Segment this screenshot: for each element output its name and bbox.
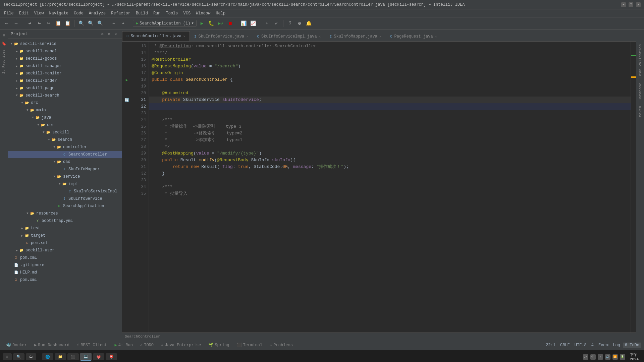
code-line-22[interactable] — [149, 103, 631, 110]
profile-button[interactable]: 📈 — [249, 19, 257, 27]
forward-button[interactable]: → — [12, 19, 20, 27]
volume-icon[interactable]: 🔊 — [605, 354, 610, 360]
todo-count[interactable]: 6 ToDo — [623, 343, 641, 348]
postman-taskbar[interactable]: 📮 — [106, 353, 117, 360]
tree-SkuInfoMapper[interactable]: ▶ I SkuInfoMapper — [8, 166, 122, 173]
intellij-taskbar[interactable]: 💻 — [80, 353, 92, 361]
run-dashboard-tab[interactable]: ▶ Run Dashboard — [31, 341, 73, 350]
copy-button[interactable]: 📋 — [54, 19, 62, 27]
tree-resources[interactable]: ▼ 📂 resources — [8, 210, 122, 217]
cut-button[interactable]: ✂ — [45, 19, 53, 27]
sidebar-close-icon[interactable]: ✕ — [112, 31, 119, 38]
help-button[interactable]: ? — [286, 19, 294, 27]
debug-button[interactable]: 🐛 — [207, 19, 215, 27]
java-enterprise-tab[interactable]: ☕ Java Enterprise — [158, 341, 204, 350]
tab-PageRequest[interactable]: C PageRequest.java ✕ — [386, 31, 441, 41]
vcs-update-button[interactable]: ⬇ — [263, 19, 271, 27]
stop-button[interactable]: ⏹ — [226, 19, 234, 27]
edge-taskbar[interactable]: 🌐 — [42, 353, 53, 360]
tree-seckill-pkg[interactable]: ▼ 📂 seckill — [8, 129, 122, 136]
chinese-input-icon[interactable]: 中 — [590, 354, 596, 360]
problems-tab[interactable]: ⚠ Problems — [266, 341, 296, 350]
start-button[interactable]: ⊞ — [3, 353, 12, 360]
tree-seckill-order[interactable]: ▶ 📁 seckill-order — [8, 77, 122, 84]
tab-SearchController[interactable]: C SearchController.java ✕ — [122, 31, 190, 41]
update-button[interactable]: 🔔 — [305, 19, 313, 27]
menu-analyze[interactable]: Analyze — [86, 10, 108, 16]
spring-tab[interactable]: 🌱 Spring — [205, 341, 232, 350]
tree-search-pkg[interactable]: ▼ 📂 search — [8, 136, 122, 143]
find-button[interactable]: 🔍 — [87, 19, 95, 27]
menu-refactor[interactable]: Refactor — [108, 10, 133, 16]
terminal-tab[interactable]: ⬛ Terminal — [233, 341, 266, 350]
tree-gitignore[interactable]: ▶ 📄 .gitignore — [8, 261, 122, 269]
tree-main[interactable]: ▼ 📂 main — [8, 107, 122, 114]
menu-build[interactable]: Build — [133, 10, 151, 16]
coverage-button[interactable]: 📊 — [240, 19, 248, 27]
tab-SkuInfoMapper[interactable]: I SkuInfoMapper.java ✕ — [325, 31, 386, 41]
tree-seckill-manager[interactable]: ▶ 📁 seckill-manager — [8, 62, 122, 70]
redo-button[interactable]: ↪ — [35, 19, 43, 27]
bean-validation-panel[interactable]: Bean Validation — [638, 43, 643, 79]
maven-panel[interactable]: Maven — [638, 105, 643, 118]
tree-help-md[interactable]: ▶ 📄 HELP.md — [8, 269, 122, 276]
menu-window[interactable]: Window — [193, 10, 213, 16]
minimize-button[interactable]: – — [621, 2, 626, 7]
clock[interactable]: 下午2024 — [627, 352, 641, 361]
structure-panel-icon[interactable]: ≡ — [1, 32, 7, 39]
menu-view[interactable]: View — [32, 10, 47, 16]
event-log-label[interactable]: Event Log — [596, 343, 622, 348]
rest-client-tab[interactable]: ⚡ REST Client — [73, 341, 110, 350]
replace-button[interactable]: 🔍 — [96, 19, 104, 27]
bookmarks-icon[interactable]: 🔖 — [1, 40, 7, 47]
tree-seckill-goods[interactable]: ▶ 📁 seckill-goods — [8, 55, 122, 62]
todo-tab[interactable]: ✓ TODO — [137, 341, 157, 350]
menu-edit[interactable]: Edit — [16, 10, 32, 16]
tree-seckill-page[interactable]: ▶ 📁 seckill-page — [8, 84, 122, 92]
tab-PageRequest-close[interactable]: ✕ — [435, 35, 437, 39]
tree-SkuInfoServiceImpl[interactable]: ▶ C SkuInfoServiceImpl — [8, 188, 122, 195]
settings-button[interactable]: ⚙ — [296, 19, 304, 27]
task-view-button[interactable]: 🗂 — [26, 353, 36, 360]
sidebar-settings-icon[interactable]: ⚙ — [99, 31, 106, 38]
git-taskbar[interactable]: 🐙 — [93, 353, 104, 360]
menu-code[interactable]: Code — [71, 10, 86, 16]
menu-navigate[interactable]: Navigate — [46, 10, 71, 16]
tree-seckill-canal[interactable]: ▶ 📁 seckill-canal — [8, 48, 122, 55]
tree-impl-pkg[interactable]: ▼ 📂 impl — [8, 180, 122, 188]
tree-bootstrap-yml[interactable]: ▶ Y bootstrap.yml — [8, 217, 122, 225]
menu-tools[interactable]: Tools — [163, 10, 181, 16]
tree-seckill-monitor[interactable]: ▶ 📁 seckill-monitor — [8, 70, 122, 77]
tab-SkuInfoServiceImpl[interactable]: C SkuInfoServiceImpl.java ✕ — [253, 31, 325, 41]
navigate-next-button[interactable]: ➡ — [119, 19, 127, 27]
menu-run[interactable]: Run — [151, 10, 163, 16]
search-taskbar-button[interactable]: 🔍 — [13, 353, 24, 360]
search-everywhere-button[interactable]: 🔍 — [77, 19, 85, 27]
run-config-selector[interactable]: ▶ SearchApplication (1) ▼ — [133, 20, 197, 27]
tree-test[interactable]: ▶ 📁 test — [8, 225, 122, 232]
menu-vcs[interactable]: VCS — [181, 10, 194, 16]
tab-SkuInfoMapper-close[interactable]: ✕ — [379, 35, 381, 39]
vcs-commit-button[interactable]: ✓ — [272, 19, 280, 27]
tree-seckill-user[interactable]: ▶ 📁 seckill-user — [8, 247, 122, 254]
tab-SkuInfoService[interactable]: I SkuInfoService.java ✕ — [190, 31, 253, 41]
tree-src[interactable]: ▼ 📂 src — [8, 99, 122, 107]
explorer-taskbar[interactable]: 📁 — [55, 353, 66, 360]
tab-SearchController-close[interactable]: ✕ — [183, 34, 185, 38]
tab-SkuInfoServiceImpl-close[interactable]: ✕ — [319, 35, 321, 39]
database-panel[interactable]: Database — [638, 81, 643, 102]
tree-seckill-search[interactable]: ▼ 📂 seckill-search — [8, 92, 122, 99]
battery-icon[interactable]: 🔋 — [620, 354, 625, 360]
code-container[interactable]: ▶ 🔄 13 14 — [122, 42, 636, 333]
tree-java[interactable]: ▼ 📂 java — [8, 114, 122, 121]
menu-file[interactable]: File — [1, 10, 16, 16]
terminal-taskbar[interactable]: ⬛ — [67, 353, 79, 360]
tree-controller-pkg[interactable]: ▼ 📂 controller — [8, 143, 122, 151]
menu-help[interactable]: Help — [213, 10, 228, 16]
navigate-prev-button[interactable]: ⬅ — [110, 19, 118, 27]
maximize-button[interactable]: □ — [629, 2, 633, 7]
wifi-icon[interactable]: 📶 — [612, 354, 618, 360]
tree-com[interactable]: ▼ 📂 com — [8, 121, 122, 129]
tree-SkuInfoService[interactable]: ▶ I SkuInfoService — [8, 195, 122, 202]
run-button[interactable]: ▶ — [198, 19, 206, 27]
